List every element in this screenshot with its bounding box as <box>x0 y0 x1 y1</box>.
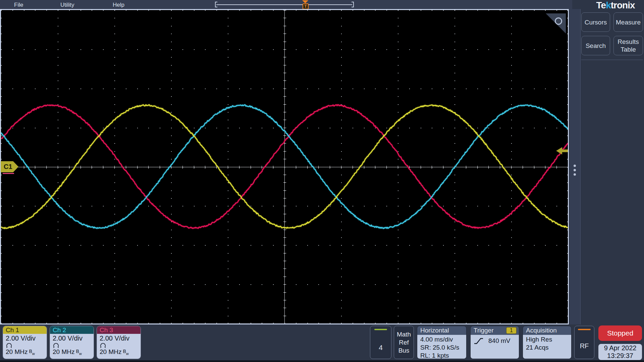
channel-3-label: Ch 3 <box>97 326 141 334</box>
waveform-display[interactable] <box>1 10 568 323</box>
channel-3-scale: 2.00 V/div <box>100 334 141 343</box>
horizontal-panel[interactable]: Horizontal 4.00 ms/div SR: 25.0 kS/s RL:… <box>417 326 467 359</box>
math-ref-bus-button[interactable]: MathRefBus <box>394 326 414 359</box>
probe-icon <box>53 343 94 348</box>
acquisition-panel[interactable]: Acquisition High Res 21 Acqs <box>523 326 572 359</box>
trigger-level-marker[interactable] <box>556 147 568 155</box>
channel-1-label: Ch 1 <box>3 326 47 334</box>
channel-4-accent-line <box>374 329 387 330</box>
horizontal-scale: 4.00 ms/div <box>420 336 466 344</box>
probe-icon <box>100 343 141 348</box>
record-length: RL: 1 kpts <box>420 352 466 359</box>
trigger-position-arrow-icon[interactable] <box>302 0 308 3</box>
side-panel-divider <box>581 60 643 60</box>
channel-3-reference-marker <box>3 173 14 174</box>
channel-2-label: Ch 2 <box>50 326 94 334</box>
menu-item-help[interactable]: Help <box>113 0 124 10</box>
measure-button[interactable]: Measure <box>613 12 643 32</box>
rf-accent-line <box>578 329 591 330</box>
probe-icon <box>6 343 47 348</box>
datetime-display: 9 Apr 2022 13:29:37 <box>598 344 642 360</box>
channel-3-badge[interactable]: Ch 3 2.00 V/div 20 MHzBw <box>97 326 141 359</box>
menu-item-utility[interactable]: Utility <box>60 0 74 10</box>
horizontal-panel-title: Horizontal <box>417 326 466 335</box>
acquisition-panel-title: Acquisition <box>523 326 571 335</box>
channel-4-label: 4 <box>370 344 391 352</box>
bandwidth-limit-icon: B <box>123 349 126 354</box>
search-button[interactable]: Search <box>581 36 610 55</box>
time-label: 13:29:37 <box>598 352 642 360</box>
acquisition-status-badge[interactable]: Stopped <box>598 325 642 341</box>
channel-2-scale: 2.00 V/div <box>53 334 94 343</box>
oscilloscope-screen: File Utility Help T C1 Tektronix Cursors… <box>0 0 644 362</box>
add-channel-4-button[interactable]: 4 <box>370 326 391 359</box>
channel-1-bandwidth: 20 MHz <box>6 348 28 355</box>
menu-bar: File Utility Help <box>0 0 572 10</box>
sample-rate: SR: 25.0 kS/s <box>420 344 466 352</box>
channel-1-badge[interactable]: Ch 1 2.00 V/div 20 MHzBw <box>3 326 47 359</box>
channel-1-scale: 2.00 V/div <box>6 334 47 343</box>
bandwidth-limit-icon: B <box>76 349 79 354</box>
rising-edge-icon <box>474 337 484 345</box>
horizontal-position-bar[interactable] <box>216 4 352 5</box>
channel-2-bandwidth: 20 MHz <box>53 348 74 355</box>
results-table-button[interactable]: ResultsTable <box>613 36 643 55</box>
trigger-panel-title: Trigger <box>474 327 493 334</box>
rf-button[interactable]: RF <box>574 326 594 359</box>
date-label: 9 Apr 2022 <box>598 344 642 352</box>
trigger-level-value: 840 mV <box>488 337 510 345</box>
bottom-edge <box>0 360 644 362</box>
rf-label: RF <box>575 342 594 350</box>
channel-3-bandwidth: 20 MHz <box>100 348 121 355</box>
trigger-source-badge: 1 <box>506 327 517 334</box>
trigger-panel[interactable]: Trigger 1 840 mV <box>470 326 519 359</box>
cursors-button[interactable]: Cursors <box>581 12 610 32</box>
channel-2-badge[interactable]: Ch 2 2.00 V/div 20 MHzBw <box>50 326 94 359</box>
tektronix-logo: Tektronix <box>588 0 643 10</box>
position-bar-right-bracket <box>352 2 354 7</box>
bandwidth-limit-icon: B <box>29 349 32 354</box>
menu-item-file[interactable]: File <box>14 0 23 10</box>
acquisition-mode: High Res <box>526 336 571 344</box>
acquisition-count: 21 Acqs <box>526 344 571 352</box>
